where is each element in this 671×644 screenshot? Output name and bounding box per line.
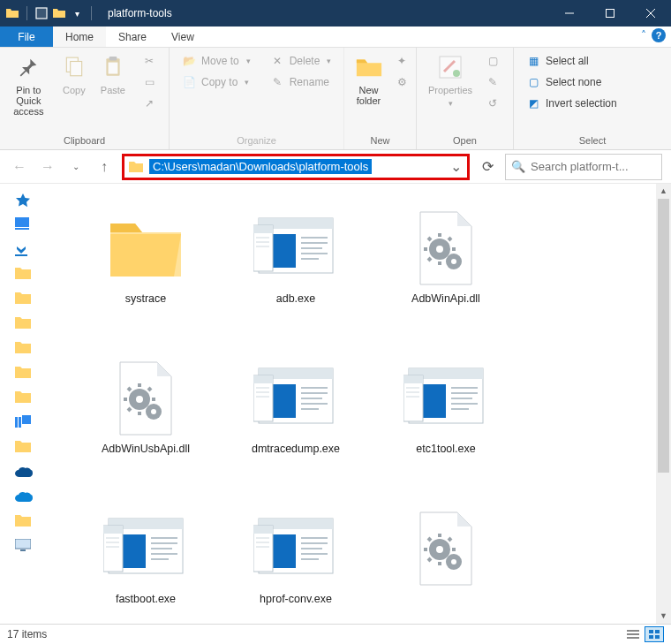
path-icon: ▭ bbox=[142, 75, 156, 89]
file-list[interactable]: systraceadb.exeAdbWinApi.dllAdbWinUsbApi… bbox=[46, 184, 656, 624]
easy-access-button[interactable]: ⚙ bbox=[393, 72, 411, 92]
folder-icon bbox=[102, 205, 189, 292]
select-none-button[interactable]: ▢Select none bbox=[519, 72, 624, 92]
new-folder-button[interactable]: New folder bbox=[350, 51, 388, 108]
onedrive-icon[interactable] bbox=[15, 489, 31, 505]
open-button[interactable]: ▢ bbox=[484, 51, 501, 71]
scissors-icon: ✂ bbox=[142, 54, 156, 68]
address-path[interactable]: C:\Users\madan\Downloads\platform-tools bbox=[149, 159, 372, 174]
file-label: systrace bbox=[125, 292, 167, 306]
separator bbox=[26, 6, 27, 20]
new-item-button[interactable]: ✦ bbox=[393, 51, 411, 71]
refresh-button[interactable]: ⟳ bbox=[477, 158, 498, 175]
folder-icon[interactable] bbox=[15, 341, 31, 357]
close-button[interactable] bbox=[630, 0, 671, 27]
folder-icon[interactable] bbox=[15, 292, 31, 307]
up-button[interactable]: ↑ bbox=[94, 156, 115, 178]
this-pc-icon[interactable] bbox=[15, 415, 31, 431]
tab-share[interactable]: Share bbox=[106, 27, 159, 47]
file-label: AdbWinUsbApi.dll bbox=[102, 442, 190, 456]
svg-rect-157 bbox=[655, 635, 660, 639]
maximize-button[interactable] bbox=[590, 0, 630, 27]
vertical-scrollbar[interactable]: ▲ ▼ bbox=[656, 184, 671, 624]
details-view-button[interactable] bbox=[623, 626, 643, 642]
move-to-button[interactable]: 📂Move to▾ bbox=[175, 51, 258, 71]
file-label: AdbWinApi.dll bbox=[411, 292, 480, 306]
search-icon: 🔍 bbox=[511, 160, 525, 173]
quick-access-icon[interactable] bbox=[15, 193, 31, 208]
properties-icon[interactable] bbox=[34, 6, 49, 20]
folder-icon[interactable] bbox=[15, 390, 31, 406]
file-item[interactable]: fastboot.exe bbox=[71, 502, 221, 624]
svg-point-47 bbox=[136, 396, 143, 403]
qat-dropdown-icon[interactable]: ▾ bbox=[70, 6, 84, 20]
copyto-icon: 📄 bbox=[182, 75, 196, 89]
tab-file[interactable]: File bbox=[0, 27, 53, 47]
icons-view-button[interactable] bbox=[645, 626, 664, 642]
paste-shortcut-button[interactable]: ↗ bbox=[135, 94, 163, 113]
copy-to-button[interactable]: 📄Copy to▾ bbox=[175, 72, 258, 92]
cut-button[interactable]: ✂ bbox=[135, 51, 163, 71]
minimize-button[interactable] bbox=[549, 0, 590, 27]
svg-rect-94 bbox=[103, 526, 123, 534]
folder-icon[interactable] bbox=[15, 440, 31, 456]
help-icon[interactable]: ? bbox=[652, 28, 666, 42]
rename-button[interactable]: ✎Rename bbox=[263, 72, 339, 92]
easy-access-icon: ⚙ bbox=[395, 75, 409, 89]
address-dropdown-icon[interactable]: ⌄ bbox=[448, 158, 464, 175]
downloads-icon[interactable] bbox=[15, 242, 31, 258]
folder-icon[interactable] bbox=[15, 514, 31, 530]
file-item[interactable]: systrace bbox=[71, 201, 221, 352]
navigation-pane[interactable] bbox=[0, 184, 46, 624]
scroll-thumb[interactable] bbox=[658, 199, 669, 473]
copy-button[interactable]: Copy bbox=[57, 51, 91, 97]
select-all-button[interactable]: ▦Select all bbox=[519, 51, 624, 71]
invert-icon: ◩ bbox=[526, 96, 540, 110]
invert-selection-button[interactable]: ◩Invert selection bbox=[519, 94, 624, 113]
edit-icon: ✎ bbox=[486, 75, 500, 89]
scroll-track[interactable] bbox=[656, 199, 671, 609]
file-item[interactable]: hprof-conv.exe bbox=[221, 502, 371, 624]
svg-point-114 bbox=[436, 546, 443, 553]
folder-icon[interactable] bbox=[15, 316, 31, 332]
monitor-icon[interactable] bbox=[15, 539, 31, 555]
edit-button[interactable]: ✎ bbox=[484, 72, 501, 92]
new-folder-icon[interactable] bbox=[52, 6, 66, 20]
history-button[interactable]: ↺ bbox=[484, 94, 501, 113]
svg-line-122 bbox=[428, 558, 431, 561]
search-input[interactable] bbox=[531, 160, 656, 173]
tab-home[interactable]: Home bbox=[53, 27, 106, 47]
group-select: ▦Select all ▢Select none ◩Invert selecti… bbox=[514, 48, 671, 149]
collapse-ribbon-icon[interactable]: ˄ bbox=[641, 29, 646, 42]
scroll-down-button[interactable]: ▼ bbox=[656, 609, 671, 624]
svg-rect-153 bbox=[627, 637, 639, 639]
file-item[interactable]: AdbWinApi.dll bbox=[371, 201, 521, 352]
svg-rect-8 bbox=[109, 57, 117, 60]
svg-rect-66 bbox=[253, 375, 273, 383]
file-item[interactable]: adb.exe bbox=[221, 201, 371, 352]
pin-icon bbox=[14, 53, 42, 81]
search-box[interactable]: 🔍 bbox=[505, 154, 662, 180]
copy-path-button[interactable]: ▭ bbox=[135, 72, 163, 92]
svg-point-36 bbox=[436, 246, 443, 253]
chevron-down-icon: ▾ bbox=[449, 99, 453, 108]
file-item[interactable]: AdbWinUsbApi.dll bbox=[71, 352, 221, 502]
recent-locations-button[interactable]: ⌄ bbox=[65, 156, 87, 178]
pin-to-quick-access-button[interactable]: Pin to Quick access bbox=[5, 51, 52, 118]
scroll-up-button[interactable]: ▲ bbox=[656, 184, 671, 199]
paste-button[interactable]: Paste bbox=[96, 51, 130, 97]
folder-icon[interactable] bbox=[15, 267, 31, 283]
folder-icon[interactable] bbox=[15, 366, 31, 382]
back-button[interactable]: ← bbox=[9, 156, 30, 178]
exe-icon bbox=[102, 505, 189, 592]
desktop-icon[interactable] bbox=[15, 217, 31, 233]
onedrive-icon[interactable] bbox=[15, 465, 31, 481]
delete-button[interactable]: ✕Delete▾ bbox=[263, 51, 339, 71]
properties-button[interactable]: Properties ▾ bbox=[422, 51, 479, 110]
tab-view[interactable]: View bbox=[159, 27, 207, 47]
address-bar[interactable]: C:\Users\madan\Downloads\platform-tools … bbox=[122, 154, 470, 180]
forward-button[interactable]: → bbox=[37, 156, 58, 178]
file-item[interactable]: dmtracedump.exe bbox=[221, 352, 371, 502]
file-item[interactable]: etc1tool.exe bbox=[371, 352, 521, 502]
file-item[interactable] bbox=[371, 502, 521, 624]
